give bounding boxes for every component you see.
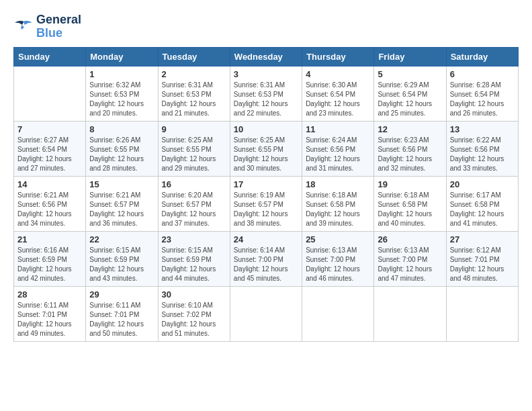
calendar-cell: 27Sunrise: 6:12 AM Sunset: 7:01 PM Dayli… bbox=[446, 231, 518, 286]
day-info: Sunrise: 6:21 AM Sunset: 6:57 PM Dayligh… bbox=[89, 191, 154, 228]
calendar-week-row: 14Sunrise: 6:21 AM Sunset: 6:56 PM Dayli… bbox=[14, 176, 519, 231]
day-info: Sunrise: 6:21 AM Sunset: 6:56 PM Dayligh… bbox=[17, 191, 82, 228]
calendar-cell: 11Sunrise: 6:24 AM Sunset: 6:56 PM Dayli… bbox=[302, 121, 374, 176]
day-info: Sunrise: 6:28 AM Sunset: 6:54 PM Dayligh… bbox=[450, 81, 515, 118]
calendar-cell: 15Sunrise: 6:21 AM Sunset: 6:57 PM Dayli… bbox=[86, 176, 158, 231]
calendar-week-row: 28Sunrise: 6:11 AM Sunset: 7:01 PM Dayli… bbox=[14, 286, 519, 341]
day-info: Sunrise: 6:11 AM Sunset: 7:01 PM Dayligh… bbox=[89, 301, 154, 338]
calendar-cell: 2Sunrise: 6:31 AM Sunset: 6:53 PM Daylig… bbox=[158, 66, 230, 121]
column-header-monday: Monday bbox=[86, 47, 158, 66]
day-info: Sunrise: 6:18 AM Sunset: 6:58 PM Dayligh… bbox=[378, 191, 442, 228]
day-info: Sunrise: 6:15 AM Sunset: 6:59 PM Dayligh… bbox=[89, 246, 154, 283]
calendar-cell: 8Sunrise: 6:26 AM Sunset: 6:55 PM Daylig… bbox=[86, 121, 158, 176]
calendar-cell bbox=[446, 286, 518, 341]
calendar-header-row: SundayMondayTuesdayWednesdayThursdayFrid… bbox=[14, 47, 519, 66]
calendar-cell: 7Sunrise: 6:27 AM Sunset: 6:54 PM Daylig… bbox=[14, 121, 86, 176]
day-number: 16 bbox=[162, 179, 226, 189]
day-info: Sunrise: 6:27 AM Sunset: 6:54 PM Dayligh… bbox=[17, 136, 82, 173]
day-info: Sunrise: 6:18 AM Sunset: 6:58 PM Dayligh… bbox=[306, 191, 370, 228]
day-info: Sunrise: 6:13 AM Sunset: 7:00 PM Dayligh… bbox=[378, 246, 442, 283]
day-number: 30 bbox=[162, 289, 226, 300]
day-number: 20 bbox=[450, 179, 515, 189]
calendar-cell: 25Sunrise: 6:13 AM Sunset: 7:00 PM Dayli… bbox=[302, 231, 374, 286]
day-number: 23 bbox=[162, 234, 226, 244]
day-number: 11 bbox=[306, 124, 370, 134]
calendar-cell: 30Sunrise: 6:10 AM Sunset: 7:02 PM Dayli… bbox=[158, 286, 230, 341]
day-number: 26 bbox=[378, 234, 442, 244]
day-info: Sunrise: 6:15 AM Sunset: 6:59 PM Dayligh… bbox=[162, 246, 226, 283]
calendar-cell bbox=[374, 286, 446, 341]
day-info: Sunrise: 6:32 AM Sunset: 6:53 PM Dayligh… bbox=[89, 81, 154, 118]
calendar-cell: 20Sunrise: 6:17 AM Sunset: 6:58 PM Dayli… bbox=[446, 176, 518, 231]
day-number: 29 bbox=[89, 289, 154, 300]
day-info: Sunrise: 6:20 AM Sunset: 6:57 PM Dayligh… bbox=[162, 191, 226, 228]
day-number: 2 bbox=[162, 69, 226, 79]
calendar-cell: 23Sunrise: 6:15 AM Sunset: 6:59 PM Dayli… bbox=[158, 231, 230, 286]
day-number: 21 bbox=[17, 234, 82, 244]
logo: General Blue bbox=[13, 13, 81, 40]
day-info: Sunrise: 6:25 AM Sunset: 6:55 PM Dayligh… bbox=[162, 136, 226, 173]
page-header: General Blue bbox=[13, 13, 519, 40]
day-number: 24 bbox=[234, 234, 298, 244]
day-number: 5 bbox=[378, 69, 442, 79]
day-number: 3 bbox=[234, 69, 298, 79]
calendar-cell: 19Sunrise: 6:18 AM Sunset: 6:58 PM Dayli… bbox=[374, 176, 446, 231]
column-header-sunday: Sunday bbox=[14, 47, 86, 66]
day-number: 27 bbox=[450, 234, 515, 244]
calendar-cell: 9Sunrise: 6:25 AM Sunset: 6:55 PM Daylig… bbox=[158, 121, 230, 176]
logo-icon bbox=[13, 19, 34, 35]
day-number: 17 bbox=[234, 179, 298, 189]
calendar-cell: 29Sunrise: 6:11 AM Sunset: 7:01 PM Dayli… bbox=[86, 286, 158, 341]
calendar-week-row: 7Sunrise: 6:27 AM Sunset: 6:54 PM Daylig… bbox=[14, 121, 519, 176]
calendar-cell: 21Sunrise: 6:16 AM Sunset: 6:59 PM Dayli… bbox=[14, 231, 86, 286]
calendar-cell: 22Sunrise: 6:15 AM Sunset: 6:59 PM Dayli… bbox=[86, 231, 158, 286]
day-number: 1 bbox=[89, 69, 154, 79]
day-info: Sunrise: 6:16 AM Sunset: 6:59 PM Dayligh… bbox=[17, 246, 82, 283]
column-header-wednesday: Wednesday bbox=[230, 47, 302, 66]
day-number: 6 bbox=[450, 69, 515, 79]
calendar-cell: 17Sunrise: 6:19 AM Sunset: 6:57 PM Dayli… bbox=[230, 176, 302, 231]
day-number: 15 bbox=[89, 179, 154, 189]
day-info: Sunrise: 6:25 AM Sunset: 6:55 PM Dayligh… bbox=[234, 136, 298, 173]
day-number: 18 bbox=[306, 179, 370, 189]
calendar-cell: 12Sunrise: 6:23 AM Sunset: 6:56 PM Dayli… bbox=[374, 121, 446, 176]
calendar-cell: 6Sunrise: 6:28 AM Sunset: 6:54 PM Daylig… bbox=[446, 66, 518, 121]
calendar-cell bbox=[230, 286, 302, 341]
day-info: Sunrise: 6:31 AM Sunset: 6:53 PM Dayligh… bbox=[234, 81, 298, 118]
column-header-tuesday: Tuesday bbox=[158, 47, 230, 66]
column-header-friday: Friday bbox=[374, 47, 446, 66]
calendar-week-row: 1Sunrise: 6:32 AM Sunset: 6:53 PM Daylig… bbox=[14, 66, 519, 121]
calendar-cell bbox=[302, 286, 374, 341]
column-header-saturday: Saturday bbox=[446, 47, 518, 66]
day-info: Sunrise: 6:14 AM Sunset: 7:00 PM Dayligh… bbox=[234, 246, 298, 283]
calendar-cell: 3Sunrise: 6:31 AM Sunset: 6:53 PM Daylig… bbox=[230, 66, 302, 121]
calendar-cell: 14Sunrise: 6:21 AM Sunset: 6:56 PM Dayli… bbox=[14, 176, 86, 231]
day-number: 12 bbox=[378, 124, 442, 134]
calendar-week-row: 21Sunrise: 6:16 AM Sunset: 6:59 PM Dayli… bbox=[14, 231, 519, 286]
day-number: 19 bbox=[378, 179, 442, 189]
logo-text: General Blue bbox=[36, 13, 81, 40]
calendar-cell: 4Sunrise: 6:30 AM Sunset: 6:54 PM Daylig… bbox=[302, 66, 374, 121]
day-number: 14 bbox=[17, 179, 82, 189]
calendar-cell: 13Sunrise: 6:22 AM Sunset: 6:56 PM Dayli… bbox=[446, 121, 518, 176]
calendar-table: SundayMondayTuesdayWednesdayThursdayFrid… bbox=[13, 47, 519, 342]
day-number: 9 bbox=[162, 124, 226, 134]
day-number: 28 bbox=[17, 289, 82, 300]
calendar-cell: 10Sunrise: 6:25 AM Sunset: 6:55 PM Dayli… bbox=[230, 121, 302, 176]
day-info: Sunrise: 6:10 AM Sunset: 7:02 PM Dayligh… bbox=[162, 301, 226, 338]
day-number: 4 bbox=[306, 69, 370, 79]
column-header-thursday: Thursday bbox=[302, 47, 374, 66]
day-info: Sunrise: 6:31 AM Sunset: 6:53 PM Dayligh… bbox=[162, 81, 226, 118]
day-info: Sunrise: 6:30 AM Sunset: 6:54 PM Dayligh… bbox=[306, 81, 370, 118]
day-info: Sunrise: 6:11 AM Sunset: 7:01 PM Dayligh… bbox=[17, 301, 82, 338]
day-number: 13 bbox=[450, 124, 515, 134]
day-info: Sunrise: 6:26 AM Sunset: 6:55 PM Dayligh… bbox=[89, 136, 154, 173]
calendar-cell: 24Sunrise: 6:14 AM Sunset: 7:00 PM Dayli… bbox=[230, 231, 302, 286]
calendar-cell: 1Sunrise: 6:32 AM Sunset: 6:53 PM Daylig… bbox=[86, 66, 158, 121]
day-info: Sunrise: 6:24 AM Sunset: 6:56 PM Dayligh… bbox=[306, 136, 370, 173]
day-info: Sunrise: 6:23 AM Sunset: 6:56 PM Dayligh… bbox=[378, 136, 442, 173]
day-info: Sunrise: 6:13 AM Sunset: 7:00 PM Dayligh… bbox=[306, 246, 370, 283]
day-info: Sunrise: 6:12 AM Sunset: 7:01 PM Dayligh… bbox=[450, 246, 515, 283]
calendar-cell: 18Sunrise: 6:18 AM Sunset: 6:58 PM Dayli… bbox=[302, 176, 374, 231]
calendar-cell: 28Sunrise: 6:11 AM Sunset: 7:01 PM Dayli… bbox=[14, 286, 86, 341]
